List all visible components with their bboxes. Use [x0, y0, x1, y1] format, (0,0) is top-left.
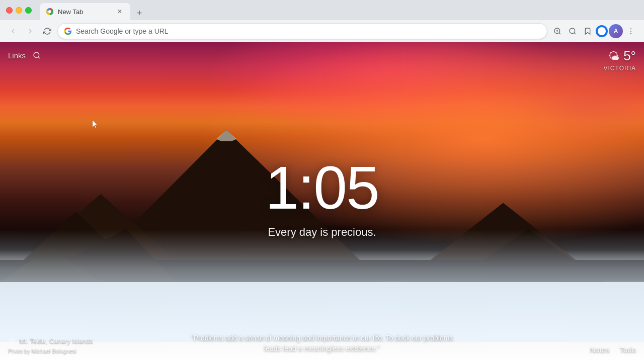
- svg-point-17: [34, 52, 39, 58]
- bookmark-button[interactable]: [581, 24, 595, 38]
- clock-time: 1:05: [265, 157, 379, 218]
- svg-point-6: [630, 33, 631, 34]
- clock-quote: Every day is precious.: [265, 226, 379, 239]
- tab-title: New Tab: [58, 8, 83, 16]
- profile-sync[interactable]: [596, 25, 608, 37]
- zoom-button[interactable]: [566, 24, 580, 38]
- photo-location: Mt. Teide, Canary Islands: [19, 337, 93, 345]
- lens-button[interactable]: [550, 24, 565, 38]
- profile-avatar[interactable]: A: [609, 24, 623, 38]
- tab-close-button[interactable]: ✕: [115, 7, 124, 16]
- center-display: 1:05 Every day is precious.: [265, 157, 379, 239]
- top-left-panel: Links: [8, 48, 44, 62]
- weather-location: VICTORIA: [604, 65, 636, 72]
- address-text: Search Google or type a URL: [76, 27, 541, 35]
- settings-row: ⚙ Mt. Teide, Canary Islands: [8, 336, 93, 346]
- browser-window: New Tab ✕ +: [0, 0, 644, 362]
- forward-button[interactable]: [23, 24, 37, 38]
- todo-button[interactable]: Todo: [619, 345, 636, 354]
- svg-marker-13: [216, 130, 236, 141]
- back-button[interactable]: [6, 24, 20, 38]
- close-button[interactable]: [6, 7, 13, 14]
- weather-row: 🌤 5°: [608, 48, 636, 64]
- tab-bar: New Tab ✕ +: [40, 0, 146, 20]
- nav-icons: A: [550, 24, 638, 38]
- photo-credit: Photo by Michael Bolognesi: [8, 348, 93, 354]
- cloud-sea: [0, 230, 644, 342]
- minimize-button[interactable]: [16, 7, 22, 14]
- search-links-button[interactable]: [30, 48, 44, 62]
- reload-button[interactable]: [40, 24, 54, 38]
- new-tab-button[interactable]: +: [132, 6, 146, 20]
- google-logo: [64, 27, 72, 35]
- title-bar: New Tab ✕ +: [0, 0, 644, 20]
- bottom-left-panel: ⚙ Mt. Teide, Canary Islands Photo by Mic…: [8, 336, 93, 354]
- nav-bar: Search Google or type a URL: [0, 20, 644, 42]
- browser-content: Links 🌤 5° VICTORIA 1:05 Every day is pr…: [0, 42, 644, 362]
- maximize-button[interactable]: [25, 7, 32, 14]
- menu-button[interactable]: [624, 24, 638, 38]
- notes-button[interactable]: Notes: [590, 345, 609, 354]
- weather-widget: 🌤 5° VICTORIA: [604, 48, 636, 72]
- bottom-right-panel: Notes Todo: [590, 345, 636, 354]
- links-label[interactable]: Links: [8, 51, 26, 60]
- traffic-lights: [4, 7, 34, 14]
- weather-temperature: 5°: [623, 48, 636, 64]
- quote-text: "Problems add a sense of meaning and imp…: [191, 334, 453, 352]
- settings-icon[interactable]: ⚙: [8, 336, 15, 346]
- bottom-quote: "Problems add a sense of meaning and imp…: [186, 333, 458, 354]
- active-tab[interactable]: New Tab ✕: [40, 3, 130, 20]
- svg-point-1: [48, 10, 51, 13]
- svg-point-4: [630, 28, 631, 29]
- address-bar[interactable]: Search Google or type a URL: [57, 23, 547, 39]
- svg-point-5: [630, 31, 631, 32]
- weather-icon: 🌤: [608, 50, 619, 63]
- svg-point-3: [570, 28, 575, 34]
- tab-favicon: [46, 8, 54, 16]
